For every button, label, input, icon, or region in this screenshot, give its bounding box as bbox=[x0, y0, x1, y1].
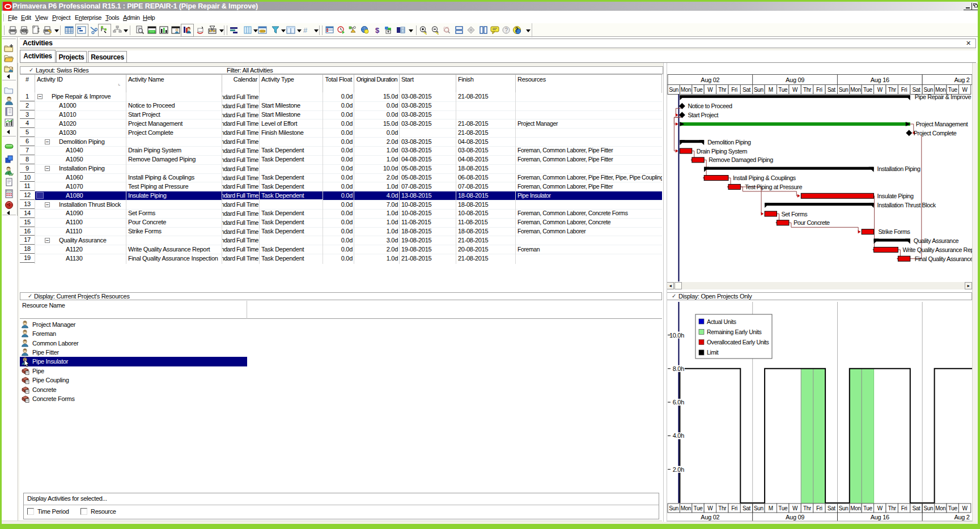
svg-text:Overallocated Early Units: Overallocated Early Units bbox=[707, 339, 769, 345]
svg-text:M: M bbox=[769, 505, 773, 511]
svg-text:W: W bbox=[962, 87, 968, 93]
svg-text:#: # bbox=[303, 26, 308, 35]
svg-text:Fri: Fri bbox=[816, 505, 822, 511]
svg-text:Remove Damaged Piping: Remove Damaged Piping bbox=[709, 156, 773, 163]
svg-text:Limit: Limit bbox=[707, 349, 719, 356]
svg-text:Fri: Fri bbox=[816, 87, 822, 93]
svg-text:Actual Units: Actual Units bbox=[707, 318, 736, 325]
svg-text:Fri: Fri bbox=[731, 505, 737, 511]
svg-text:Sat: Sat bbox=[743, 87, 751, 93]
svg-text:Aug 2: Aug 2 bbox=[954, 514, 969, 521]
svg-text:Aug 02: Aug 02 bbox=[701, 514, 719, 521]
svg-text:Sun: Sun bbox=[923, 505, 933, 511]
svg-text:W: W bbox=[707, 87, 713, 93]
svg-text:Notice to Proceed: Notice to Proceed bbox=[688, 103, 732, 109]
svg-text:Thr: Thr bbox=[803, 87, 812, 93]
svg-text:Mon: Mon bbox=[681, 87, 691, 93]
svg-text:Tue: Tue bbox=[778, 87, 788, 93]
svg-text:Aug 2: Aug 2 bbox=[954, 76, 969, 83]
svg-text:Sun: Sun bbox=[839, 505, 849, 511]
svg-text:M: M bbox=[769, 87, 773, 93]
svg-text:Quality Assurance: Quality Assurance bbox=[914, 237, 959, 244]
svg-text:10.0h: 10.0h bbox=[669, 332, 684, 339]
svg-text:Sun: Sun bbox=[669, 505, 678, 511]
svg-text:Tue: Tue bbox=[863, 87, 873, 93]
svg-text:Aug 16: Aug 16 bbox=[871, 514, 889, 521]
svg-text:W: W bbox=[962, 505, 968, 511]
svg-text:Thr: Thr bbox=[888, 505, 897, 511]
svg-text:W: W bbox=[792, 505, 798, 511]
svg-text:4.0h: 4.0h bbox=[673, 432, 684, 439]
svg-text:Sun: Sun bbox=[669, 87, 678, 93]
svg-text:Project Management: Project Management bbox=[916, 121, 968, 127]
svg-text:Start Project: Start Project bbox=[688, 112, 718, 118]
svg-text:Sat: Sat bbox=[912, 87, 920, 93]
svg-text:Strike Forms: Strike Forms bbox=[879, 228, 911, 235]
svg-text:Mon: Mon bbox=[850, 87, 861, 93]
svg-text:Mon: Mon bbox=[935, 87, 946, 93]
svg-text:W: W bbox=[707, 505, 713, 511]
svg-text:Sun: Sun bbox=[754, 87, 763, 93]
svg-text:Tue: Tue bbox=[863, 505, 873, 511]
svg-text:Sun: Sun bbox=[839, 87, 849, 93]
svg-text:?: ? bbox=[515, 26, 519, 32]
svg-text:?: ? bbox=[505, 27, 508, 33]
svg-text:Tue: Tue bbox=[948, 505, 958, 511]
svg-text:W: W bbox=[792, 87, 798, 93]
svg-text:W: W bbox=[877, 505, 883, 511]
svg-text:Sat: Sat bbox=[743, 505, 751, 511]
svg-text:Aug 09: Aug 09 bbox=[786, 76, 804, 83]
svg-text:Insulate Piping: Insulate Piping bbox=[877, 193, 914, 199]
svg-text:Write Quality Assurance Repo: Write Quality Assurance Repo bbox=[902, 246, 972, 253]
svg-text:Tue: Tue bbox=[694, 505, 703, 511]
svg-text:Aug 09: Aug 09 bbox=[786, 514, 804, 521]
svg-text:Project Complete: Project Complete bbox=[914, 130, 957, 136]
svg-text:Pipe Repair & Improve: Pipe Repair & Improve bbox=[915, 93, 971, 100]
svg-text:Fri: Fri bbox=[901, 87, 907, 93]
svg-text:Fri: Fri bbox=[901, 505, 907, 511]
svg-text:Final Quality Assurance I: Final Quality Assurance I bbox=[915, 255, 972, 262]
svg-text:Sat: Sat bbox=[912, 505, 920, 511]
svg-text:Sun: Sun bbox=[754, 505, 763, 511]
svg-text:Thr: Thr bbox=[718, 505, 727, 511]
svg-text:Aug 02: Aug 02 bbox=[701, 76, 719, 83]
svg-text:Test Piping at Pressure: Test Piping at Pressure bbox=[745, 184, 802, 190]
svg-text:Sat: Sat bbox=[828, 87, 836, 93]
svg-text:Mon: Mon bbox=[935, 505, 946, 511]
svg-text:8.0h: 8.0h bbox=[673, 365, 684, 372]
svg-text:Set Forms: Set Forms bbox=[782, 211, 808, 217]
svg-text:Fri: Fri bbox=[731, 87, 737, 93]
svg-text:Aug 16: Aug 16 bbox=[871, 76, 889, 83]
svg-text:Tue: Tue bbox=[778, 505, 788, 511]
svg-text:Demolition Piping: Demolition Piping bbox=[707, 139, 751, 146]
svg-text:Install Piping & Couplings: Install Piping & Couplings bbox=[733, 174, 796, 181]
svg-text:$: $ bbox=[375, 26, 380, 35]
svg-text:Remaining Early Units: Remaining Early Units bbox=[707, 329, 762, 335]
svg-text:Tue: Tue bbox=[948, 87, 958, 93]
svg-text:2.0h: 2.0h bbox=[673, 466, 684, 473]
svg-text:Sat: Sat bbox=[828, 505, 836, 511]
svg-text:Tue: Tue bbox=[694, 87, 703, 93]
svg-text:Thr: Thr bbox=[803, 505, 812, 511]
svg-text:6.0h: 6.0h bbox=[673, 399, 684, 406]
svg-text:Thr: Thr bbox=[888, 87, 897, 93]
svg-text:W: W bbox=[877, 87, 883, 93]
svg-text:Mon: Mon bbox=[681, 505, 691, 511]
svg-text:Pour Concrete: Pour Concrete bbox=[794, 219, 830, 226]
svg-text:Sun: Sun bbox=[923, 87, 933, 93]
svg-text:Drain Piping System: Drain Piping System bbox=[697, 148, 748, 155]
svg-text:Mon: Mon bbox=[850, 505, 861, 511]
svg-text:Installation Thrust Block: Installation Thrust Block bbox=[877, 202, 936, 208]
svg-text:Installation Piping: Installation Piping bbox=[877, 165, 921, 172]
svg-text:Thr: Thr bbox=[718, 87, 727, 93]
